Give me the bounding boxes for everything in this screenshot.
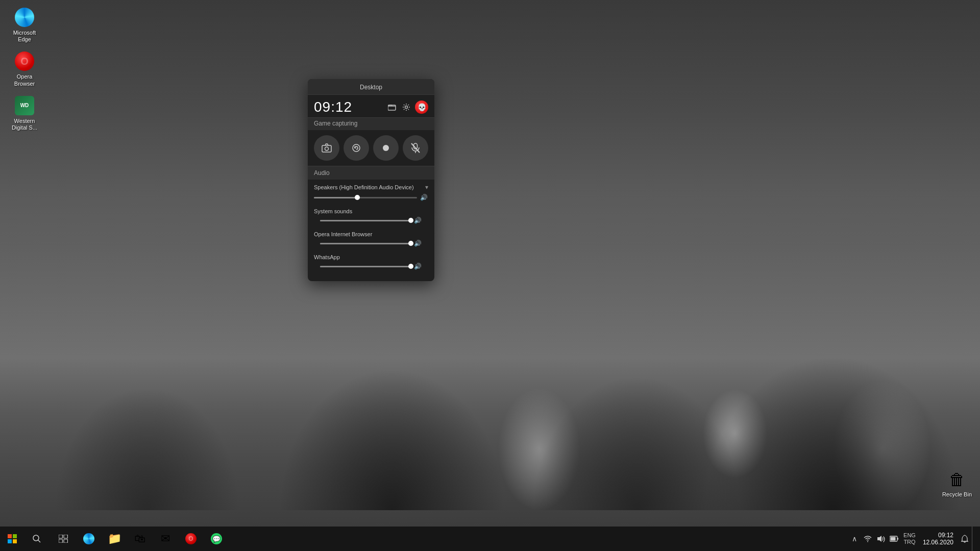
system-sounds-item: System sounds 🔊 [308, 206, 434, 229]
svg-rect-18 [64, 539, 68, 543]
device-volume-row: 🔊 [308, 193, 434, 206]
svg-rect-2 [322, 145, 331, 152]
device-volume-icon: 🔊 [420, 194, 428, 201]
game-bar-panel: Desktop 09:12 💀 Game capt [308, 79, 434, 281]
taskbar-store-icon: 🛍 [134, 532, 145, 545]
mountain-layer [0, 204, 980, 510]
tray-lang-line2: TRQ [903, 539, 915, 545]
svg-point-13 [33, 535, 39, 541]
notification-icon[interactable] [959, 533, 971, 545]
wd-icon-img: WD [14, 95, 35, 116]
taskbar-mail-icon: ✉ [161, 532, 170, 545]
opera-volume-row: 🔊 [314, 239, 428, 252]
whatsapp-volume-track[interactable] [320, 266, 411, 267]
game-capturing-title: Game capturing [308, 117, 434, 130]
tray-battery-icon[interactable] [888, 533, 900, 545]
taskbar-tray: ∧ ENG TRQ [848, 527, 980, 551]
svg-rect-16 [64, 535, 68, 538]
panel-title: Desktop [360, 84, 382, 91]
system-sounds-volume-icon: 🔊 [414, 217, 422, 224]
tray-network-icon[interactable] [862, 533, 874, 545]
wd-icon-visual: WD [15, 96, 34, 115]
opera-icon-visual [15, 52, 34, 71]
svg-point-19 [867, 541, 868, 542]
mic-button[interactable] [403, 135, 428, 161]
screenshot-button[interactable] [314, 135, 339, 161]
dropdown-chevron-icon[interactable]: ▾ [425, 184, 428, 191]
wd-icon-label: Western Digital S... [6, 118, 43, 131]
desktop-icon-wd[interactable]: WD Western Digital S... [4, 92, 45, 134]
whatsapp-volume-row: 🔊 [314, 262, 428, 275]
panel-header: Desktop [308, 79, 434, 95]
opera-volume-thumb [408, 241, 413, 246]
system-sounds-track[interactable] [320, 220, 411, 221]
recycle-bin-icon: 🗑 [949, 470, 965, 489]
svg-point-3 [325, 147, 329, 151]
taskbar-explorer-icon: 📁 [108, 532, 121, 545]
taskbar-mail[interactable]: ✉ [153, 527, 178, 551]
svg-line-14 [38, 540, 41, 543]
panel-clock: 09:12 [314, 99, 352, 115]
svg-rect-12 [13, 539, 17, 543]
recycle-bin-label: Recycle Bin [942, 491, 972, 498]
svg-rect-23 [897, 538, 898, 540]
svg-rect-11 [8, 539, 12, 543]
taskbar-explorer[interactable]: 📁 [102, 527, 127, 551]
whatsapp-volume-item: WhatsApp 🔊 [308, 252, 434, 281]
settings-icon[interactable] [401, 102, 412, 113]
opera-volume-track[interactable] [320, 243, 411, 244]
taskbar-whatsapp-icon: 💬 [211, 533, 222, 544]
device-volume-thumb [355, 195, 360, 200]
replay-button[interactable] [344, 135, 369, 161]
tray-language[interactable]: ENG TRQ [901, 532, 918, 545]
audio-device-label: Speakers (High Definition Audio Device) [314, 184, 414, 190]
start-button[interactable] [0, 527, 24, 551]
system-sounds-volume-row: 🔊 [314, 216, 428, 229]
tray-clock[interactable]: 09:12 12.06.2020 [919, 532, 958, 546]
taskbar-edge-icon [83, 533, 94, 544]
taskbar: 📁 🛍 ✉ O 💬 ∧ [0, 527, 980, 551]
audio-section-title: Audio [308, 166, 434, 180]
system-sounds-thumb [408, 218, 413, 223]
svg-rect-10 [13, 534, 17, 538]
tray-chevron-icon[interactable]: ∧ [848, 533, 861, 545]
taskbar-edge[interactable] [77, 527, 101, 551]
panel-time-icons: 💀 [386, 101, 428, 114]
taskbar-opera-icon: O [185, 533, 197, 544]
record-button[interactable] [373, 135, 399, 161]
search-button[interactable] [24, 527, 49, 551]
opera-volume-icon: 🔊 [414, 240, 422, 247]
edge-icon-visual [15, 8, 34, 27]
taskbar-task-view[interactable] [51, 527, 76, 551]
show-desktop-button[interactable] [972, 527, 976, 551]
opera-volume-fill [320, 243, 411, 244]
whatsapp-volume-label: WhatsApp [314, 254, 428, 260]
user-avatar-icon[interactable]: 💀 [415, 101, 428, 114]
svg-point-1 [405, 106, 408, 109]
device-volume-track[interactable] [314, 197, 417, 198]
device-volume-fill [314, 197, 357, 198]
svg-rect-22 [891, 537, 896, 541]
opera-icon-img [14, 51, 35, 71]
tray-lang-line1: ENG [903, 532, 916, 539]
opera-volume-item: Opera Internet Browser 🔊 [308, 229, 434, 252]
taskbar-opera[interactable]: O [179, 527, 203, 551]
audio-device-row: Speakers (High Definition Audio Device) … [308, 180, 434, 193]
tray-volume-icon[interactable] [875, 533, 887, 545]
edge-icon-label: Microsoft Edge [6, 30, 43, 43]
recycle-bin[interactable]: 🗑 Recycle Bin [940, 468, 974, 500]
taskbar-store[interactable]: 🛍 [128, 527, 152, 551]
svg-rect-9 [8, 534, 12, 538]
svg-rect-15 [59, 535, 63, 538]
whatsapp-volume-icon: 🔊 [414, 263, 422, 270]
edge-icon-img [14, 7, 35, 28]
svg-rect-17 [59, 539, 63, 543]
desktop-icon-microsoft-edge[interactable]: Microsoft Edge [4, 4, 45, 46]
panel-time-row: 09:12 💀 [308, 95, 434, 117]
folder-icon[interactable] [386, 102, 398, 113]
desktop-icon-opera[interactable]: Opera Browser [4, 48, 45, 90]
audio-section: Audio Speakers (High Definition Audio De… [308, 166, 434, 281]
system-sounds-label: System sounds [314, 208, 428, 214]
taskbar-whatsapp[interactable]: 💬 [204, 527, 229, 551]
tray-time: 09:12 [938, 532, 953, 539]
